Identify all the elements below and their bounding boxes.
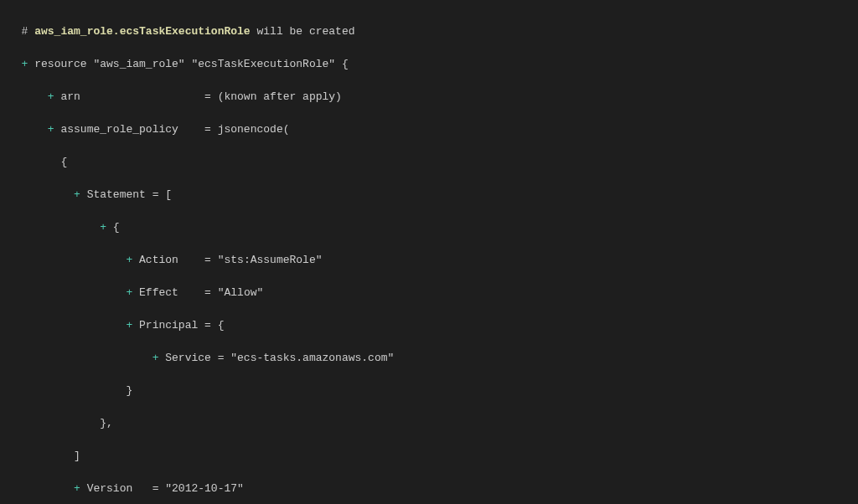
comment-suffix: will be created [251,25,355,38]
attr-val: Service = "ecs-tasks.amazonaws.com" [158,352,394,364]
attr-key: Principal = { [132,319,224,332]
terraform-plan-output: # aws_iam_role.ecsTaskExecutionRole will… [8,7,850,504]
brace-text: } [8,384,132,397]
attr-assume-role-policy: + assume_role_policy = jsonencode( [8,121,850,138]
brace-text: ] [8,450,80,462]
statement-key: + Statement = [ [8,187,850,203]
plus-icon: + [74,482,80,495]
comment-prefix: # [22,25,35,38]
plus-icon: + [74,188,80,201]
attr-version: + Version = "2012-10-17" [8,481,850,497]
plus-icon: + [48,123,54,136]
attr-effect: + Effect = "Allow" [8,285,850,301]
attr-key: Action [132,254,204,266]
attr-val: = (known after apply) [204,90,342,103]
attr-val: = jsonencode( [204,123,289,136]
brace-text: { [106,221,120,234]
resource-address: aws_iam_role.ecsTaskExecutionRole [34,25,250,38]
attr-key: Statement = [ [80,188,172,201]
array-close: ] [8,448,850,465]
attr-principal: + Principal = { [8,317,850,334]
attr-val: = "2012-10-17" [152,482,244,495]
attr-service: + Service = "ecs-tasks.amazonaws.com" [8,350,850,367]
principal-close: } [8,383,850,399]
json-open-brace: { [8,154,850,171]
plus-icon: + [48,90,54,103]
attr-val: = "sts:AssumeRole" [204,254,322,266]
attr-key: Effect [132,286,204,299]
statement-open: + { [8,219,850,236]
plus-icon: + [100,221,106,234]
comment-line: # aws_iam_role.ecsTaskExecutionRole will… [8,23,850,40]
attr-key: Version [80,482,152,495]
attr-arn: + arn = (known after apply) [8,89,850,105]
attr-key: arn [54,90,204,103]
resource-declaration: + resource "aws_iam_role" "ecsTaskExecut… [8,56,850,73]
attr-action: + Action = "sts:AssumeRole" [8,252,850,269]
attr-key: assume_role_policy [54,123,204,136]
resource-text: resource "aws_iam_role" "ecsTaskExecutio… [28,58,348,70]
statement-close: }, [8,415,850,432]
brace-text: { [8,156,67,168]
brace-text: }, [8,417,113,429]
attr-val: = "Allow" [204,286,263,299]
